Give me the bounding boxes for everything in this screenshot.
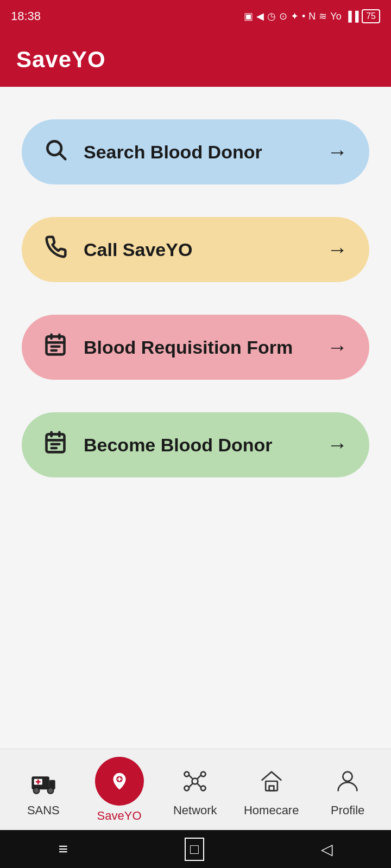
main-content: Search Blood Donor → Call SaveYO → Blood… [0, 87, 391, 749]
nfc-icon: N [308, 11, 316, 22]
sans-icon [24, 762, 62, 800]
network-label: Network [173, 803, 217, 818]
homecare-icon [253, 762, 291, 800]
sans-label: SANS [27, 803, 60, 818]
svg-line-32 [198, 783, 201, 787]
nav-item-homecare[interactable]: Homecare [244, 762, 299, 818]
dot-icon: • [302, 11, 305, 22]
svg-line-1 [60, 154, 65, 159]
nav-item-saveyo[interactable]: SaveYO [92, 757, 147, 823]
search-donor-button[interactable]: Search Blood Donor → [22, 119, 369, 184]
bottom-nav: SANS SaveYO [0, 749, 391, 830]
blood-form-button[interactable]: Blood Requisition Form → [22, 315, 369, 380]
svg-point-35 [343, 771, 352, 781]
notify-icon: ✦ [291, 10, 299, 22]
wifi-icon: ≋ [319, 10, 327, 22]
svg-point-28 [201, 786, 206, 790]
status-time: 18:38 [11, 9, 41, 23]
status-bar: 18:38 ▣ ◀ ◷ ⊙ ✦ • N ≋ Yo ▐▐ 75 [0, 0, 391, 33]
battery-indicator: 75 [362, 9, 380, 23]
calendar-form-icon [43, 333, 67, 362]
svg-point-26 [201, 771, 206, 776]
become-donor-button[interactable]: Become Blood Donor → [22, 412, 369, 477]
svg-point-25 [185, 771, 190, 776]
saveyo-nav-icon [95, 757, 144, 806]
form-arrow-icon: → [327, 336, 348, 359]
nav-item-sans[interactable]: SANS [16, 762, 71, 818]
svg-line-31 [189, 783, 193, 787]
signal-icon: Yo [330, 11, 341, 22]
call-saveyo-button[interactable]: Call SaveYO → [22, 217, 369, 282]
status-icons: ▣ ◀ ◷ ⊙ ✦ • N ≋ Yo ▐▐ 75 [244, 9, 380, 23]
svg-point-24 [192, 778, 198, 784]
svg-line-29 [189, 775, 193, 779]
network-icon [176, 762, 214, 800]
become-donor-label: Become Blood Donor [84, 435, 327, 456]
app-title: SaveYO [16, 47, 106, 73]
nav-item-profile[interactable]: Profile [320, 762, 375, 818]
svg-rect-34 [269, 786, 274, 790]
location-icon: ◀ [256, 10, 264, 22]
donor-arrow-icon: → [327, 433, 348, 457]
sim-icon: ▣ [244, 10, 253, 22]
back-icon[interactable]: ◁ [321, 840, 333, 858]
nav-item-network[interactable]: Network [168, 762, 222, 818]
system-nav-bar: ≡ □ ◁ [0, 830, 391, 868]
svg-point-17 [47, 787, 53, 793]
app-header: SaveYO [0, 33, 391, 87]
call-arrow-icon: → [327, 238, 348, 261]
home-square-icon[interactable]: □ [185, 838, 204, 861]
profile-label: Profile [331, 803, 364, 818]
menu-icon[interactable]: ≡ [58, 840, 68, 858]
blood-form-label: Blood Requisition Form [84, 337, 327, 358]
search-arrow-icon: → [327, 141, 348, 164]
profile-icon [329, 762, 367, 800]
phone-icon [43, 235, 67, 264]
homecare-label: Homecare [244, 803, 299, 818]
svg-point-16 [33, 787, 39, 793]
bars-icon: ▐▐ [345, 11, 359, 22]
svg-line-30 [198, 775, 201, 779]
search-icon [43, 137, 67, 167]
clock-icon: ◷ [267, 10, 276, 22]
sync-icon: ⊙ [279, 10, 287, 22]
calendar-donor-icon [43, 430, 67, 459]
search-donor-label: Search Blood Donor [84, 142, 327, 163]
call-saveyo-label: Call SaveYO [84, 239, 327, 260]
svg-point-27 [185, 786, 190, 790]
saveyo-label: SaveYO [97, 809, 142, 823]
